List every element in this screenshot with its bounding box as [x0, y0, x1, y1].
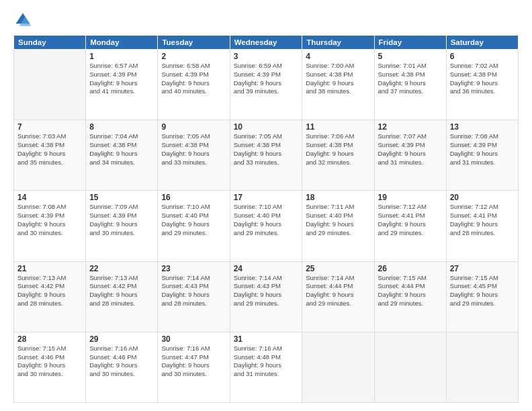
day-info: Sunrise: 7:05 AM Sunset: 4:38 PM Dayligh… [234, 132, 299, 167]
day-cell: 9Sunrise: 7:05 AM Sunset: 4:38 PM Daylig… [158, 120, 230, 191]
day-number: 20 [450, 193, 515, 202]
day-cell: 16Sunrise: 7:10 AM Sunset: 4:40 PM Dayli… [158, 191, 230, 261]
day-info: Sunrise: 6:57 AM Sunset: 4:39 PM Dayligh… [89, 62, 154, 96]
day-cell: 29Sunrise: 7:16 AM Sunset: 4:46 PM Dayli… [86, 332, 158, 402]
day-number: 4 [306, 52, 370, 61]
week-row-2: 7Sunrise: 7:03 AM Sunset: 4:38 PM Daylig… [14, 120, 519, 191]
week-row-5: 28Sunrise: 7:15 AM Sunset: 4:46 PM Dayli… [14, 332, 519, 402]
day-info: Sunrise: 7:06 AM Sunset: 4:38 PM Dayligh… [306, 132, 370, 167]
day-cell: 20Sunrise: 7:12 AM Sunset: 4:41 PM Dayli… [446, 191, 518, 261]
day-cell [446, 332, 518, 402]
day-info: Sunrise: 7:12 AM Sunset: 4:41 PM Dayligh… [378, 203, 443, 237]
day-cell: 15Sunrise: 7:09 AM Sunset: 4:39 PM Dayli… [86, 191, 158, 261]
day-number: 11 [306, 122, 370, 132]
day-info: Sunrise: 7:14 AM Sunset: 4:43 PM Dayligh… [161, 274, 226, 308]
day-cell: 8Sunrise: 7:04 AM Sunset: 4:38 PM Daylig… [86, 120, 158, 191]
day-cell: 18Sunrise: 7:11 AM Sunset: 4:40 PM Dayli… [302, 191, 374, 261]
weekday-header-wednesday: Wednesday [230, 36, 302, 50]
day-number: 19 [378, 193, 443, 202]
day-cell: 12Sunrise: 7:07 AM Sunset: 4:39 PM Dayli… [374, 120, 446, 191]
day-info: Sunrise: 7:15 AM Sunset: 4:45 PM Dayligh… [450, 274, 515, 308]
day-info: Sunrise: 7:02 AM Sunset: 4:38 PM Dayligh… [450, 62, 515, 96]
day-info: Sunrise: 7:04 AM Sunset: 4:38 PM Dayligh… [89, 132, 154, 167]
day-cell: 3Sunrise: 6:59 AM Sunset: 4:39 PM Daylig… [230, 50, 302, 120]
day-cell [14, 50, 86, 120]
week-row-1: 1Sunrise: 6:57 AM Sunset: 4:39 PM Daylig… [14, 50, 519, 120]
day-info: Sunrise: 7:10 AM Sunset: 4:40 PM Dayligh… [234, 203, 299, 237]
day-info: Sunrise: 7:13 AM Sunset: 4:42 PM Dayligh… [17, 274, 82, 308]
day-cell: 22Sunrise: 7:13 AM Sunset: 4:42 PM Dayli… [86, 261, 158, 332]
calendar-table: SundayMondayTuesdayWednesdayThursdayFrid… [13, 35, 519, 403]
day-cell: 27Sunrise: 7:15 AM Sunset: 4:45 PM Dayli… [446, 261, 518, 332]
day-cell: 4Sunrise: 7:00 AM Sunset: 4:38 PM Daylig… [302, 50, 374, 120]
day-info: Sunrise: 7:15 AM Sunset: 4:44 PM Dayligh… [378, 274, 443, 308]
week-row-3: 14Sunrise: 7:08 AM Sunset: 4:39 PM Dayli… [14, 191, 519, 261]
day-number: 29 [89, 334, 154, 344]
day-number: 9 [161, 122, 226, 132]
header [13, 11, 519, 30]
day-cell: 23Sunrise: 7:14 AM Sunset: 4:43 PM Dayli… [158, 261, 230, 332]
day-info: Sunrise: 7:01 AM Sunset: 4:38 PM Dayligh… [378, 62, 443, 96]
day-info: Sunrise: 6:59 AM Sunset: 4:39 PM Dayligh… [234, 62, 299, 96]
day-info: Sunrise: 7:05 AM Sunset: 4:38 PM Dayligh… [161, 132, 226, 167]
weekday-header-thursday: Thursday [302, 36, 374, 50]
day-number: 6 [450, 52, 515, 61]
weekday-header-monday: Monday [86, 36, 158, 50]
day-number: 21 [17, 264, 82, 273]
weekday-header-row: SundayMondayTuesdayWednesdayThursdayFrid… [14, 36, 519, 50]
day-cell: 26Sunrise: 7:15 AM Sunset: 4:44 PM Dayli… [374, 261, 446, 332]
logo [13, 11, 35, 30]
day-number: 30 [161, 334, 226, 344]
day-number: 25 [306, 264, 370, 273]
day-cell: 17Sunrise: 7:10 AM Sunset: 4:40 PM Dayli… [230, 191, 302, 261]
day-number: 18 [306, 193, 370, 202]
day-cell: 7Sunrise: 7:03 AM Sunset: 4:38 PM Daylig… [14, 120, 86, 191]
weekday-header-friday: Friday [374, 36, 446, 50]
day-cell: 6Sunrise: 7:02 AM Sunset: 4:38 PM Daylig… [446, 50, 518, 120]
day-info: Sunrise: 7:16 AM Sunset: 4:46 PM Dayligh… [89, 345, 154, 379]
day-cell [374, 332, 446, 402]
day-cell: 13Sunrise: 7:08 AM Sunset: 4:39 PM Dayli… [446, 120, 518, 191]
day-cell: 30Sunrise: 7:16 AM Sunset: 4:47 PM Dayli… [158, 332, 230, 402]
day-number: 14 [17, 193, 82, 202]
day-info: Sunrise: 7:14 AM Sunset: 4:43 PM Dayligh… [234, 274, 299, 308]
day-cell: 24Sunrise: 7:14 AM Sunset: 4:43 PM Dayli… [230, 261, 302, 332]
day-number: 31 [234, 334, 299, 344]
day-info: Sunrise: 7:00 AM Sunset: 4:38 PM Dayligh… [306, 62, 370, 96]
day-cell: 11Sunrise: 7:06 AM Sunset: 4:38 PM Dayli… [302, 120, 374, 191]
day-info: Sunrise: 6:58 AM Sunset: 4:39 PM Dayligh… [161, 62, 226, 96]
day-cell: 19Sunrise: 7:12 AM Sunset: 4:41 PM Dayli… [374, 191, 446, 261]
day-number: 8 [89, 122, 154, 132]
day-number: 3 [234, 52, 299, 61]
day-number: 15 [89, 193, 154, 202]
day-info: Sunrise: 7:16 AM Sunset: 4:48 PM Dayligh… [234, 345, 299, 379]
weekday-header-saturday: Saturday [446, 36, 518, 50]
day-cell: 5Sunrise: 7:01 AM Sunset: 4:38 PM Daylig… [374, 50, 446, 120]
day-cell: 2Sunrise: 6:58 AM Sunset: 4:39 PM Daylig… [158, 50, 230, 120]
day-number: 22 [89, 264, 154, 273]
day-cell: 14Sunrise: 7:08 AM Sunset: 4:39 PM Dayli… [14, 191, 86, 261]
day-number: 12 [378, 122, 443, 132]
day-info: Sunrise: 7:09 AM Sunset: 4:39 PM Dayligh… [89, 203, 154, 237]
weekday-header-tuesday: Tuesday [158, 36, 230, 50]
day-number: 24 [234, 264, 299, 273]
page: SundayMondayTuesdayWednesdayThursdayFrid… [0, 0, 532, 411]
day-number: 13 [450, 122, 515, 132]
day-number: 7 [17, 122, 82, 132]
logo-icon [13, 11, 32, 30]
day-number: 23 [161, 264, 226, 273]
day-info: Sunrise: 7:03 AM Sunset: 4:38 PM Dayligh… [17, 132, 82, 167]
day-cell: 25Sunrise: 7:14 AM Sunset: 4:44 PM Dayli… [302, 261, 374, 332]
day-cell [302, 332, 374, 402]
day-number: 16 [161, 193, 226, 202]
day-info: Sunrise: 7:08 AM Sunset: 4:39 PM Dayligh… [450, 132, 515, 167]
day-info: Sunrise: 7:11 AM Sunset: 4:40 PM Dayligh… [306, 203, 370, 237]
weekday-header-sunday: Sunday [14, 36, 86, 50]
day-number: 27 [450, 264, 515, 273]
day-info: Sunrise: 7:10 AM Sunset: 4:40 PM Dayligh… [161, 203, 226, 237]
day-number: 28 [17, 334, 82, 344]
day-number: 5 [378, 52, 443, 61]
day-info: Sunrise: 7:16 AM Sunset: 4:47 PM Dayligh… [161, 345, 226, 379]
day-info: Sunrise: 7:07 AM Sunset: 4:39 PM Dayligh… [378, 132, 443, 167]
day-number: 10 [234, 122, 299, 132]
